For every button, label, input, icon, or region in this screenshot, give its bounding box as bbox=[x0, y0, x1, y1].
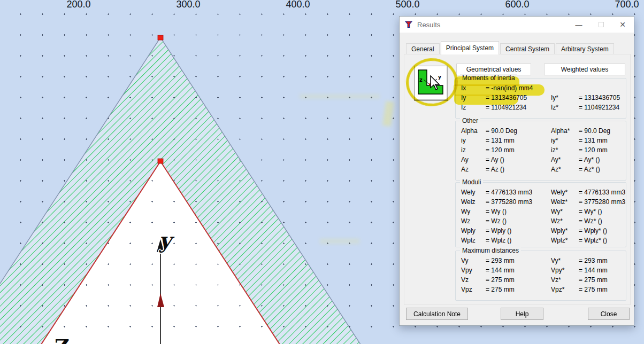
apex-vertex-marker[interactable] bbox=[158, 35, 163, 40]
inner-apex-vertex-marker[interactable] bbox=[158, 159, 163, 163]
y-axis-label: y bbox=[159, 228, 171, 253]
ruler-tick-label: 300.0 bbox=[176, 0, 200, 10]
app-screen: 200.0300.0400.0500.0600.0700.0 y Z Resul… bbox=[0, 0, 644, 344]
help-button[interactable]: Help bbox=[501, 308, 543, 320]
ruler-tick-label: 700.0 bbox=[615, 0, 639, 10]
z-axis-label: Z bbox=[55, 334, 70, 344]
ruler-tick-label: 500.0 bbox=[395, 0, 419, 10]
results-dialog: Results — ✕ GeneralPrincipal SystemCentr… bbox=[399, 16, 634, 326]
ruler-tick-label: 200.0 bbox=[66, 0, 90, 10]
close-button[interactable]: Close bbox=[588, 308, 630, 320]
ruler-tick-label: 400.0 bbox=[286, 0, 310, 10]
dialog-buttons: Calculation NoteHelpClose bbox=[400, 17, 634, 325]
calculation-note-button[interactable]: Calculation Note bbox=[406, 308, 468, 320]
tab-principal-system[interactable]: Principal System bbox=[441, 41, 499, 54]
ruler-tick-label: 600.0 bbox=[505, 0, 529, 10]
